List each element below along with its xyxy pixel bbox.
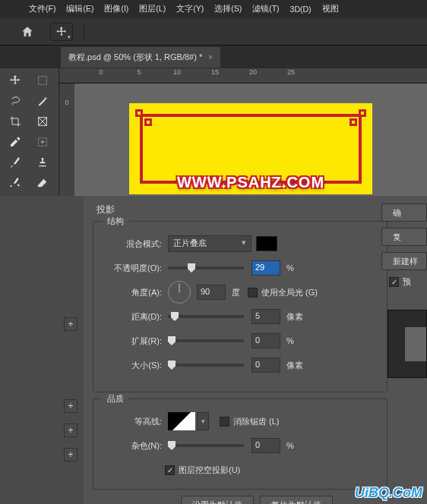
quality-legend: 品质 [103, 393, 128, 405]
noise-input[interactable]: 0 [251, 438, 280, 453]
noise-slider[interactable] [168, 444, 244, 447]
cancel-button[interactable]: 复 [381, 228, 427, 246]
spread-input[interactable]: 0 [251, 333, 280, 348]
artwork: WWW.PSAHZ.COM [129, 103, 372, 194]
knockout-checkbox[interactable] [165, 465, 175, 475]
menu-view[interactable]: 视图 [322, 4, 339, 14]
menu-3d[interactable]: 3D(D) [290, 5, 312, 14]
eraser-tool[interactable] [30, 174, 55, 192]
canvas[interactable]: WWW.PSAHZ.COM [74, 83, 427, 196]
vertical-ruler: 0 [59, 83, 74, 196]
noise-label: 杂色(N): [103, 440, 162, 452]
stamp-tool[interactable] [30, 153, 55, 172]
shadow-color-swatch[interactable] [256, 236, 277, 251]
brush-tool[interactable] [3, 153, 27, 172]
healing-tool[interactable] [30, 133, 55, 151]
global-light-label: 使用全局光 (G) [261, 287, 318, 298]
lasso-tool[interactable] [3, 92, 27, 110]
chevron-down-icon[interactable]: ▾ [197, 412, 209, 430]
eyedropper-tool[interactable] [3, 133, 27, 151]
angle-dial[interactable] [168, 281, 191, 304]
angle-label: 角度(A): [103, 287, 162, 298]
spread-slider[interactable] [168, 339, 244, 342]
wand-tool[interactable] [30, 92, 55, 110]
horizontal-ruler: 0510152025 [59, 68, 427, 83]
effects-list: + + + + [0, 196, 84, 504]
preview-thumbnail [387, 310, 427, 378]
add-effect-icon[interactable]: + [64, 399, 77, 413]
global-light-checkbox[interactable] [248, 288, 258, 298]
menu-edit[interactable]: 编辑(E) [66, 4, 93, 14]
menu-select[interactable]: 选择(S) [214, 4, 242, 14]
distance-slider[interactable] [168, 315, 244, 318]
canvas-area: 0510152025 0 WWW.PSAHZ.COM [59, 68, 427, 196]
antialias-label: 消除锯齿 (L) [233, 416, 280, 427]
opacity-input[interactable]: 29 [251, 260, 280, 276]
preview-checkbox[interactable] [389, 277, 399, 287]
history-brush-tool[interactable] [3, 174, 27, 192]
structure-legend: 结构 [103, 216, 128, 227]
knockout-label: 图层挖空投影(U) [179, 465, 240, 476]
angle-input[interactable]: 90 [197, 285, 226, 300]
marquee-tool[interactable] [30, 71, 55, 90]
menu-layer[interactable]: 图层(L) [139, 4, 166, 14]
menubar: 文件(F) 编辑(E) 图像(I) 图层(L) 文字(Y) 选择(S) 滤镜(T… [0, 0, 427, 18]
tools-panel [0, 68, 59, 196]
spread-label: 扩展(R): [103, 335, 162, 347]
close-icon[interactable]: × [208, 53, 213, 61]
make-default-button[interactable]: 设置为默认值 [181, 496, 254, 504]
reset-default-button[interactable]: 复位为默认值 [260, 496, 333, 504]
move-tool[interactable] [3, 71, 27, 90]
document-tab[interactable]: 教程.psd @ 50% (形状 1, RGB/8#) * × [61, 47, 220, 68]
preview-label: 预 [403, 276, 411, 288]
add-effect-icon[interactable]: + [64, 317, 77, 331]
ok-button[interactable]: 确 [381, 203, 427, 222]
menu-filter[interactable]: 滤镜(T) [252, 4, 279, 14]
opacity-label: 不透明度(O): [103, 263, 162, 274]
size-input[interactable]: 0 [251, 358, 280, 373]
frame-tool[interactable] [30, 112, 55, 131]
panel-title: 投影 [96, 203, 427, 216]
add-effect-icon[interactable]: + [64, 448, 77, 461]
distance-label: 距离(D): [103, 311, 162, 323]
contour-picker[interactable] [168, 412, 195, 430]
dialog-buttons: 确 复 新建样 预 [381, 196, 427, 504]
move-tool-indicator[interactable]: ▾ [50, 23, 73, 41]
size-label: 大小(S): [103, 360, 162, 371]
drop-shadow-panel: 投影 结构 混合模式: 正片叠底 不透明度(O): 29 % 角度(A): 90… [84, 196, 427, 504]
menu-file[interactable]: 文件(F) [29, 4, 55, 14]
svg-rect-0 [38, 77, 46, 85]
menu-image[interactable]: 图像(I) [104, 4, 128, 14]
size-slider[interactable] [168, 364, 244, 367]
tab-title: 教程.psd @ 50% (形状 1, RGB/8#) * [68, 52, 202, 63]
blend-mode-label: 混合模式: [103, 238, 162, 250]
menu-type[interactable]: 文字(Y) [176, 4, 204, 14]
options-bar: ▾ [0, 18, 427, 46]
add-effect-icon[interactable]: + [64, 424, 77, 437]
antialias-checkbox[interactable] [220, 417, 229, 427]
watermark-text: UiBQ.CoM [355, 485, 422, 501]
artwork-text: WWW.PSAHZ.COM [129, 174, 372, 191]
home-icon[interactable] [15, 21, 40, 43]
blend-mode-select[interactable]: 正片叠底 [168, 235, 251, 252]
opacity-slider[interactable] [168, 266, 244, 269]
contour-label: 等高线: [103, 416, 162, 427]
crop-tool[interactable] [3, 112, 27, 131]
distance-input[interactable]: 5 [251, 309, 280, 324]
document-tabs: 教程.psd @ 50% (形状 1, RGB/8#) * × [0, 46, 427, 68]
new-style-button[interactable]: 新建样 [381, 252, 427, 270]
